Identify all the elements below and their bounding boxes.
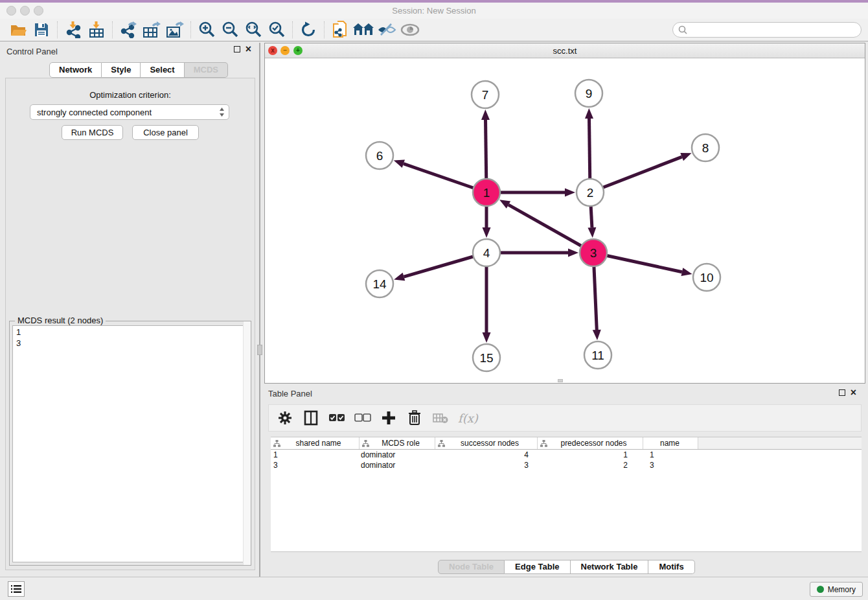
tab-network-table[interactable]: Network Table bbox=[571, 560, 649, 574]
show-details-icon[interactable] bbox=[398, 20, 422, 40]
table-cell: dominator bbox=[360, 460, 435, 470]
table-row[interactable]: 3dominator323 bbox=[271, 460, 862, 470]
network-from-selection-icon[interactable] bbox=[328, 20, 352, 40]
task-history-button[interactable] bbox=[8, 581, 25, 597]
mcds-result-group: MCDS result (2 nodes) 1 3 bbox=[9, 321, 251, 566]
graph-node-label: 10 bbox=[700, 271, 713, 284]
search-field[interactable] bbox=[672, 22, 862, 38]
close-panel-button[interactable]: Close panel bbox=[132, 125, 199, 140]
column-header-predecessor-nodes[interactable]: predecessor nodes bbox=[538, 437, 643, 449]
network-resize-handle[interactable] bbox=[558, 379, 563, 382]
run-mcds-button[interactable]: Run MCDS bbox=[62, 125, 123, 140]
graph-node-label: 9 bbox=[586, 87, 593, 100]
save-session-icon[interactable] bbox=[30, 20, 53, 40]
tab-select[interactable]: Select bbox=[141, 62, 184, 78]
gear-icon[interactable] bbox=[277, 410, 293, 426]
table-cell: 1 bbox=[643, 450, 698, 460]
column-header-name[interactable]: name bbox=[643, 437, 698, 449]
edge-3-1[interactable] bbox=[508, 205, 593, 253]
close-table-panel-icon[interactable]: × bbox=[851, 389, 856, 396]
main-toolbar bbox=[0, 19, 868, 41]
table-cell: 3 bbox=[271, 460, 360, 470]
column-header-MCDS-role[interactable]: MCDS role bbox=[360, 437, 435, 449]
float-panel-icon[interactable] bbox=[234, 46, 240, 52]
edge-arrowhead bbox=[483, 332, 491, 343]
add-icon[interactable] bbox=[380, 410, 397, 426]
tab-mcds[interactable]: MCDS bbox=[185, 62, 228, 78]
table-cell: 3 bbox=[435, 460, 538, 470]
column-header-successor-nodes[interactable]: successor nodes bbox=[435, 437, 538, 449]
tab-edge-table[interactable]: Edge Table bbox=[505, 560, 570, 574]
table-row[interactable]: 1dominator411 bbox=[271, 450, 862, 460]
mcds-result-text[interactable]: 1 3 bbox=[12, 325, 248, 562]
column-header-shared-name[interactable]: shared name bbox=[271, 437, 360, 449]
zoom-out-icon[interactable] bbox=[218, 20, 242, 40]
criterion-value: strongly connected component bbox=[37, 108, 152, 117]
memory-label: Memory bbox=[828, 585, 856, 594]
graph-node-label: 1 bbox=[483, 186, 490, 200]
table-header-row: shared nameMCDS rolesuccessor nodesprede… bbox=[271, 437, 862, 450]
open-session-icon[interactable] bbox=[6, 20, 30, 40]
export-image-icon[interactable] bbox=[163, 20, 187, 40]
control-panel-header-icons: × bbox=[234, 46, 251, 52]
edge-arrowhead bbox=[585, 108, 593, 119]
mcds-result-title: MCDS result (2 nodes) bbox=[15, 316, 106, 325]
graph-node-label: 11 bbox=[591, 349, 604, 362]
refresh-icon[interactable] bbox=[297, 20, 320, 40]
edge-arrowhead bbox=[394, 273, 405, 281]
tab-motifs[interactable]: Motifs bbox=[648, 560, 694, 574]
table-panel: Table Panel × bbox=[264, 386, 865, 574]
deselect-all-icon[interactable] bbox=[354, 410, 371, 426]
zoom-in-icon[interactable] bbox=[195, 20, 218, 40]
criterion-select[interactable]: strongly connected component bbox=[30, 104, 229, 120]
memory-status-icon bbox=[817, 586, 824, 593]
edge-2-8[interactable] bbox=[590, 157, 682, 192]
export-table-icon[interactable] bbox=[140, 20, 163, 40]
tab-network[interactable]: Network bbox=[49, 62, 102, 78]
export-network-icon[interactable] bbox=[117, 20, 140, 40]
table-body: 1dominator4113dominator323 bbox=[271, 450, 862, 470]
graph-node-label: 2 bbox=[587, 186, 594, 200]
edge-arrowhead bbox=[680, 153, 691, 161]
network-graph-svg: 1234678910111415 bbox=[265, 58, 865, 383]
trash-icon[interactable] bbox=[406, 410, 423, 426]
column-header-filler bbox=[698, 437, 862, 449]
search-icon bbox=[678, 25, 687, 34]
graph-node-label: 6 bbox=[376, 149, 383, 163]
node-table[interactable]: shared nameMCDS rolesuccessor nodesprede… bbox=[271, 437, 862, 552]
memory-button[interactable]: Memory bbox=[810, 582, 863, 597]
edge-arrowhead bbox=[565, 189, 575, 197]
table-panel-header-icons: × bbox=[839, 389, 856, 396]
home-icon[interactable] bbox=[352, 20, 375, 40]
search-input[interactable] bbox=[687, 25, 861, 34]
hide-annotations-icon[interactable] bbox=[375, 20, 398, 40]
optimization-criterion-label: Optimization criterion: bbox=[6, 90, 255, 100]
control-panel: Control Panel × Network Style Select MCD… bbox=[0, 43, 260, 577]
splitter-handle[interactable] bbox=[257, 345, 262, 355]
network-window-titlebar[interactable]: x – + scc.txt bbox=[265, 43, 865, 58]
import-network-icon[interactable] bbox=[62, 20, 85, 40]
mcds-result-scrollbar[interactable] bbox=[243, 321, 251, 565]
table-tabbar: Node Table Edge Table Network Table Moti… bbox=[438, 560, 695, 574]
float-table-panel-icon[interactable] bbox=[839, 389, 845, 396]
status-bar: Memory bbox=[0, 577, 868, 600]
columns-icon[interactable] bbox=[303, 410, 319, 426]
window-titlebar: Session: New Session bbox=[0, 3, 868, 19]
function-icon[interactable]: f(x) bbox=[458, 411, 478, 425]
zoom-fit-icon[interactable] bbox=[242, 20, 265, 40]
network-canvas[interactable]: 1234678910111415 bbox=[265, 58, 865, 383]
graph-node-label: 7 bbox=[482, 88, 489, 102]
control-panel-title: Control Panel bbox=[6, 47, 58, 56]
network-window-title: scc.txt bbox=[265, 46, 865, 56]
zoom-selected-icon[interactable] bbox=[265, 20, 288, 40]
graph-node-label: 8 bbox=[702, 141, 709, 155]
delete-column-icon[interactable] bbox=[432, 410, 449, 426]
edge-arrowhead bbox=[588, 227, 596, 238]
tab-style[interactable]: Style bbox=[102, 62, 141, 78]
import-table-icon[interactable] bbox=[85, 20, 108, 40]
table-cell: 1 bbox=[271, 450, 360, 460]
select-all-icon[interactable] bbox=[328, 410, 345, 426]
graph-node-label: 4 bbox=[483, 246, 490, 260]
close-panel-icon[interactable]: × bbox=[246, 46, 251, 52]
tab-node-table[interactable]: Node Table bbox=[438, 560, 505, 574]
